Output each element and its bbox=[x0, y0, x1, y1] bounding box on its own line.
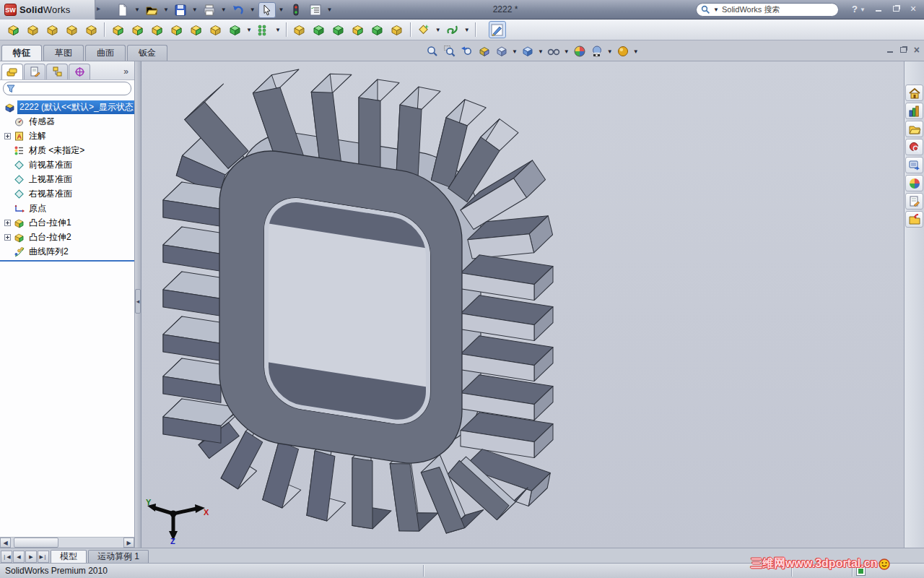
panel-collapse-handle[interactable]: ◂ bbox=[135, 289, 141, 314]
fillet-button[interactable] bbox=[226, 21, 243, 38]
print-caret-icon[interactable]: ▼ bbox=[221, 7, 227, 13]
select-button[interactable] bbox=[258, 2, 276, 18]
tree-item-sensors-1[interactable]: 传感器 bbox=[0, 114, 134, 129]
tab-nav-previous-button[interactable]: ◀ bbox=[13, 551, 25, 563]
doc-close-button[interactable]: × bbox=[914, 46, 920, 54]
tree-item-annotations-2[interactable]: A注解 bbox=[0, 129, 134, 143]
curves-button[interactable] bbox=[444, 21, 461, 38]
tree-item-plane-6[interactable]: 右视基准面 bbox=[0, 186, 134, 201]
reference-geometry-caret-icon[interactable]: ▼ bbox=[435, 27, 441, 33]
search-scope-caret-icon[interactable]: ▼ bbox=[713, 7, 719, 13]
view-settings-button[interactable] bbox=[615, 43, 631, 59]
new-document-caret-icon[interactable]: ▼ bbox=[134, 7, 140, 13]
scroll-left-button[interactable]: ◀ bbox=[0, 538, 11, 548]
display-style-button[interactable] bbox=[520, 43, 536, 59]
linear-pattern-button[interactable] bbox=[255, 21, 272, 38]
view-orientation-button[interactable] bbox=[494, 43, 510, 59]
select-caret-icon[interactable]: ▼ bbox=[279, 7, 284, 13]
task-pane-design-library-button[interactable] bbox=[905, 103, 923, 119]
restore-button[interactable] bbox=[889, 4, 902, 14]
rebuild-button[interactable] bbox=[287, 2, 305, 18]
doc-restore-button[interactable] bbox=[900, 46, 907, 54]
scrollbar-thumb[interactable] bbox=[14, 538, 58, 548]
boundary-boss-button[interactable] bbox=[206, 21, 224, 38]
options-button[interactable] bbox=[307, 2, 324, 18]
tree-item-plane-4[interactable]: 前视基准面 bbox=[0, 158, 134, 172]
task-pane-file-explorer-button[interactable] bbox=[905, 121, 923, 137]
rib-button[interactable] bbox=[291, 21, 308, 38]
wrap-button[interactable] bbox=[349, 21, 367, 38]
linear-pattern-caret-icon[interactable]: ▼ bbox=[275, 27, 281, 33]
mirror-button[interactable] bbox=[388, 21, 406, 38]
expand-box-icon[interactable] bbox=[4, 220, 11, 226]
task-pane-appearances-scenes-button[interactable] bbox=[905, 175, 923, 191]
command-tab-草图[interactable]: 草图 bbox=[43, 45, 84, 61]
task-pane-view-palette-button[interactable] bbox=[905, 157, 923, 173]
task-pane-solidworks-resources-button[interactable] bbox=[905, 85, 923, 101]
close-button[interactable]: × bbox=[907, 4, 920, 14]
tree-item-origin-7[interactable]: 原点 bbox=[0, 201, 134, 215]
open-document-button[interactable] bbox=[143, 2, 160, 18]
swept-boss-button[interactable] bbox=[63, 21, 80, 38]
command-tab-曲面[interactable]: 曲面 bbox=[85, 45, 126, 61]
shell-button[interactable] bbox=[330, 21, 347, 38]
hinge-button[interactable] bbox=[24, 21, 41, 38]
search-box[interactable]: ▼ SolidWorks 搜索 bbox=[696, 3, 839, 17]
panel-splitter[interactable]: ◂ bbox=[135, 61, 141, 548]
view-orientation-caret-icon[interactable]: ▼ bbox=[512, 48, 518, 55]
doc-minimize-button[interactable] bbox=[887, 46, 893, 54]
save-caret-icon[interactable]: ▼ bbox=[192, 7, 198, 13]
scroll-right-button[interactable]: ▶ bbox=[123, 538, 134, 548]
tree-item-extrude-9[interactable]: 凸台-拉伸2 bbox=[0, 230, 134, 244]
help-button[interactable]: ? bbox=[852, 4, 858, 14]
task-pane-document-recovery-button[interactable] bbox=[905, 211, 923, 228]
edit-appearance-button[interactable] bbox=[572, 43, 588, 59]
tree-item-extrude-8[interactable]: 凸台-拉伸1 bbox=[0, 215, 134, 230]
tree-horizontal-scrollbar[interactable]: ◀ ▶ bbox=[0, 537, 134, 548]
tab-motion-study-1[interactable]: 运动算例 1 bbox=[88, 550, 149, 563]
tree-item-part-2222[interactable]: 2222 (默认<<默认>_显示状态 bbox=[0, 100, 134, 114]
search-placeholder[interactable]: SolidWorks 搜索 bbox=[722, 4, 780, 15]
zoom-to-fit-button[interactable] bbox=[424, 43, 440, 59]
tab-configurationmanager[interactable] bbox=[46, 64, 68, 79]
task-pane-solidworks-search-button[interactable] bbox=[905, 139, 923, 155]
options-caret-icon[interactable]: ▼ bbox=[327, 7, 333, 13]
hole-wizard-button[interactable] bbox=[128, 21, 146, 38]
tree-filter-input[interactable] bbox=[3, 82, 131, 95]
view-settings-caret-icon[interactable]: ▼ bbox=[633, 48, 639, 55]
extruded-boss-button[interactable] bbox=[4, 21, 22, 38]
hide-show-items-caret-icon[interactable]: ▼ bbox=[564, 48, 570, 55]
print-button[interactable] bbox=[201, 2, 218, 18]
extruded-cut-button[interactable] bbox=[109, 21, 126, 38]
undo-button[interactable] bbox=[230, 2, 247, 18]
rollback-bar[interactable] bbox=[0, 260, 134, 262]
lofted-boss-button[interactable] bbox=[82, 21, 100, 38]
minimize-button[interactable] bbox=[872, 4, 885, 14]
tree-item-material-3[interactable]: 材质 <未指定> bbox=[0, 143, 134, 158]
apply-scene-button[interactable] bbox=[589, 43, 605, 59]
sketch-button[interactable] bbox=[489, 21, 506, 38]
tab-model[interactable]: 模型 bbox=[51, 550, 87, 563]
tab-nav-first-button[interactable]: ❘◀ bbox=[1, 551, 12, 563]
open-document-caret-icon[interactable]: ▼ bbox=[163, 7, 169, 13]
fillet-caret-icon[interactable]: ▼ bbox=[246, 27, 252, 33]
expand-box-icon[interactable] bbox=[4, 234, 11, 241]
new-document-button[interactable] bbox=[114, 2, 131, 18]
tree-item-plane-5[interactable]: 上视基准面 bbox=[0, 172, 134, 186]
tab-nav-last-button[interactable]: ▶❘ bbox=[38, 551, 49, 563]
tab-nav-next-button[interactable]: ▶ bbox=[25, 551, 37, 563]
zoom-to-area-button[interactable] bbox=[442, 43, 458, 59]
command-tab-钣金[interactable]: 钣金 bbox=[127, 45, 167, 61]
undo-caret-icon[interactable]: ▼ bbox=[250, 7, 256, 13]
hide-show-items-button[interactable] bbox=[546, 43, 562, 59]
lofted-cut-button[interactable] bbox=[187, 21, 204, 38]
command-tab-特征[interactable]: 特征 bbox=[1, 45, 42, 61]
previous-view-button[interactable] bbox=[459, 43, 475, 59]
curves-caret-icon[interactable]: ▼ bbox=[464, 27, 470, 33]
manager-tabs-overflow-button[interactable]: » bbox=[123, 66, 133, 79]
swept-cut-button[interactable] bbox=[167, 21, 185, 38]
tab-propertymanager[interactable] bbox=[24, 64, 45, 79]
draft-button[interactable] bbox=[310, 21, 328, 38]
section-view-button[interactable] bbox=[476, 43, 492, 59]
tab-featuremanager-design-tree[interactable] bbox=[1, 64, 23, 79]
